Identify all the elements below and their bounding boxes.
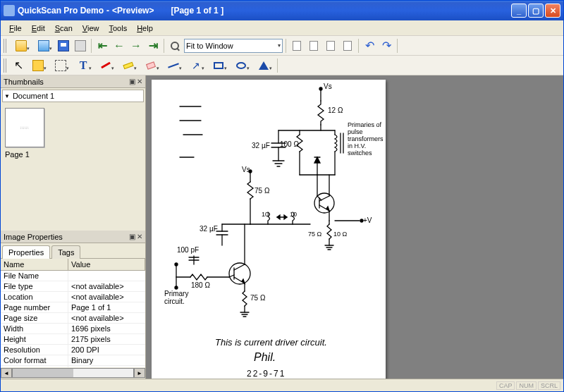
page-view-button[interactable] [289,38,305,54]
properties-title: Image Properties ▣ ✕ [1,231,145,243]
zoom-icon [171,42,179,50]
label-75a: 75 Ω [255,187,269,195]
first-page-button[interactable]: ⇤ [94,38,110,54]
thumbnails-area: ⎍⎍⎍ Page 1 [1,104,145,231]
page-icon [293,41,301,51]
pointer-tool[interactable]: ↖ [11,58,26,73]
label-transformers: Primaries of pulse transformers in H.V. … [348,122,383,157]
property-row[interactable]: Location<not available> [1,292,145,302]
panel-close-icon[interactable]: ✕ [137,78,142,85]
rotate-left-button[interactable]: ↶ [362,38,377,54]
line-icon [168,63,179,68]
polygon-tool[interactable] [253,58,274,73]
toolbar-grip[interactable] [4,39,8,53]
pen-tool[interactable] [95,58,116,73]
label-12ohm: 12 Ω [328,106,343,114]
property-row[interactable]: Page numberPage 1 of 1 [1,302,145,313]
scan-button[interactable] [33,38,54,54]
property-row[interactable]: Height2175 pixels [1,334,145,345]
toolbar2-grip[interactable] [4,59,8,73]
arrow-tool[interactable]: ↗ [185,58,207,73]
menu-help[interactable]: Help [133,23,157,34]
preview-canvas[interactable]: Vs 12 Ω 32 µF 100 Ω Primaries of pulse t… [146,75,563,379]
property-row[interactable]: Color formatBinary [1,355,145,366]
highlight-region-tool[interactable] [27,58,49,73]
props-col-name[interactable]: Name [1,259,68,270]
document-selector[interactable]: Document 1 [2,90,144,102]
status-cap: CAP [496,381,515,390]
rect-tool[interactable] [208,58,229,73]
props-col-value[interactable]: Value [68,259,145,270]
tab-tags[interactable]: Tags [51,245,80,259]
svg-point-56 [175,286,178,289]
svg-marker-42 [277,215,280,219]
label-180ohm: 180 Ω [191,281,210,289]
svg-marker-62 [242,279,245,283]
select-tool[interactable] [50,58,71,73]
rotate-right-icon: ↷ [382,39,391,52]
print-button[interactable] [73,38,88,54]
page-single-icon [309,41,318,51]
page-multi-button[interactable] [323,38,338,54]
zoom-tool-button[interactable] [167,38,183,54]
property-row[interactable]: Resolution200 DPI [1,345,145,355]
tab-properties[interactable]: Properties [2,245,50,259]
rotate-right-button[interactable]: ↷ [379,38,394,54]
properties-scrollbar[interactable]: ◄ ► [1,367,145,379]
label-plusv: +V [363,216,372,224]
statusbar: CAP NUM SCRL [1,379,563,391]
highlight-region-icon [32,60,44,71]
label-vs-left: Vs [242,166,250,173]
left-panel: Thumbnails ▣ ✕ Document 1 ⎍⎍⎍ Page 1 Ima… [1,75,146,379]
status-scrl: SCRL [538,381,560,390]
property-row[interactable]: Width1696 pixels [1,324,145,334]
property-row[interactable]: File Name [1,271,145,281]
menu-file[interactable]: File [5,23,26,34]
app-window: QuickScan Pro Demo - <Preview> [Page 1 o… [0,0,564,392]
label-vs-top: Vs [324,82,332,90]
menu-tools[interactable]: Tools [104,23,131,34]
page-document: Vs 12 Ω 32 µF 100 Ω Primaries of pulse t… [152,80,386,379]
save-button[interactable] [56,38,71,54]
svg-marker-43 [284,215,287,219]
next-page-button[interactable]: → [128,38,144,54]
menu-edit[interactable]: Edit [27,23,49,34]
signature: Phil. [254,351,276,364]
close-button[interactable]: ✕ [545,4,560,18]
menu-scan[interactable]: Scan [51,23,77,34]
ellipse-tool[interactable] [231,58,252,73]
props-pin-icon[interactable]: ▣ [129,233,135,240]
folder-icon [16,40,27,51]
zoom-combo[interactable]: Fit to Window [184,39,283,53]
scroll-right-icon[interactable]: ► [134,368,145,378]
scroll-left-icon[interactable]: ◄ [1,368,12,378]
last-icon: ⇥ [149,39,158,52]
properties-tabs: Properties Tags [1,243,145,259]
page-thumbs-button[interactable] [340,38,355,54]
maximize-button[interactable]: ▢ [528,4,544,18]
svg-point-55 [175,263,178,266]
svg-marker-27 [326,207,329,211]
open-button[interactable] [11,38,32,54]
property-row[interactable]: Page size<not available> [1,313,145,324]
props-close-icon[interactable]: ✕ [137,233,142,240]
property-row[interactable]: File type<not available> [1,281,145,292]
highlighter-tool[interactable] [118,58,139,73]
thumbnail-page-1[interactable]: ⎍⎍⎍ Page 1 [5,108,44,159]
minimize-button[interactable]: _ [511,4,527,18]
page-single-button[interactable] [306,38,321,54]
svg-point-1 [319,87,322,90]
eraser-tool[interactable] [140,58,161,73]
prev-page-button[interactable]: ← [111,38,127,54]
scanner-icon [38,40,49,51]
line-tool[interactable] [163,58,184,73]
text-tool[interactable]: T [73,58,94,73]
menu-view[interactable]: View [78,23,104,34]
svg-line-60 [234,264,245,270]
panel-pin-icon[interactable]: ▣ [129,78,135,85]
svg-marker-19 [314,157,320,163]
toolbar-annotation: ↖ T ↗ [1,56,563,75]
doc-title: <Preview> [112,6,154,16]
app-icon [4,5,15,16]
last-page-button[interactable]: ⇥ [145,38,161,54]
